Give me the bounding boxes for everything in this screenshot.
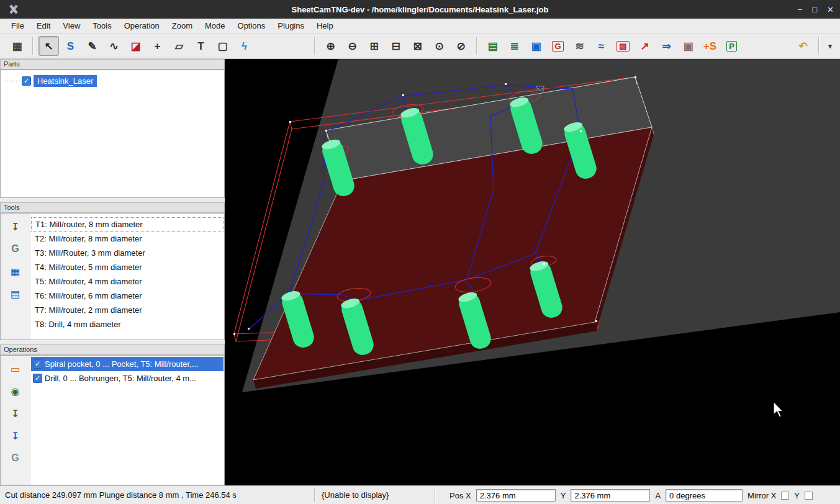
transform-tool-button[interactable]: ▱ (169, 36, 189, 56)
part-item[interactable]: ✓ Heatsink_Laser (6, 75, 224, 87)
angle-field[interactable] (666, 489, 743, 502)
tool-list-item[interactable]: T8: Drill, 4 mm diameter (31, 317, 224, 331)
undo-button[interactable]: ↶ (793, 36, 813, 56)
menubar: File Edit View Tools Operation Zoom Mode… (0, 19, 840, 34)
check-icon: ✓ (24, 78, 29, 84)
tool-list-item[interactable]: T5: Mill/router, 4 mm diameter (31, 274, 224, 289)
snap-tool-button[interactable]: S (60, 36, 81, 56)
operation-checkbox[interactable]: ✓ (33, 374, 42, 383)
import-drawing-button[interactable]: ▤ (482, 36, 503, 56)
3d-viewport[interactable]: S3 (225, 59, 840, 485)
menu-zoom[interactable]: Zoom (166, 19, 199, 32)
mill-operation-icon[interactable]: ↧ (8, 429, 23, 443)
text-tool-icon: T (197, 41, 204, 52)
pos-x-field[interactable] (476, 489, 556, 502)
undo-icon: ↶ (798, 41, 807, 52)
gcode-operation-icon[interactable]: G (8, 451, 23, 465)
zoom-previous-button[interactable]: ⊘ (451, 36, 471, 56)
transform-icon: ▱ (175, 41, 183, 52)
machine-control-button[interactable]: ▣ (678, 36, 698, 56)
viewport-scene: S3 (225, 59, 840, 485)
operation-item[interactable]: ✓ Drill, 0 ... Bohrungen, T5: Mill/route… (31, 371, 224, 385)
tool-list-item[interactable]: T1: Mill/router, 8 mm diameter (31, 217, 224, 232)
layers-button[interactable]: ≣ (504, 36, 525, 56)
operation-checkbox[interactable]: ✓ (33, 359, 42, 369)
move-tool-button[interactable]: + (147, 36, 168, 56)
parts-panel: ✓ Heatsink_Laser (0, 70, 225, 198)
add-post-button[interactable]: +S (700, 36, 720, 56)
angle-label: A (655, 491, 661, 500)
spline-tool-button[interactable]: ∿ (104, 36, 124, 56)
mirror-x-checkbox[interactable] (781, 492, 789, 500)
tool-list-item[interactable]: T6: Mill/router, 6 mm diameter (31, 289, 224, 303)
plot-path-button[interactable]: ≋ (569, 36, 590, 56)
minimize-icon[interactable]: − (798, 5, 803, 14)
menu-plugins[interactable]: Plugins (271, 19, 310, 32)
menu-view[interactable]: View (56, 19, 86, 32)
select-tool-button[interactable]: ↖ (38, 36, 59, 56)
operations-panel: ▭ ◉ ↧ ↧ G ✓ Spiral pocket, 0 ... Pocket,… (0, 355, 225, 485)
menu-tools[interactable]: Tools (86, 19, 117, 32)
gcode-view-button[interactable]: G (548, 36, 568, 56)
job-options-button[interactable]: ▦ (7, 36, 27, 56)
drill-operation-icon[interactable]: ↧ (8, 407, 23, 420)
menu-operation[interactable]: Operation (118, 19, 166, 32)
mirror-x-label: Mirror X (747, 491, 776, 500)
tool-list: T1: Mill/router, 8 mm diameter T2: Mill/… (31, 217, 224, 331)
mill-tool-icon[interactable]: ↧ (8, 220, 23, 233)
zoom-out-button[interactable]: ⊖ (342, 36, 363, 56)
tool-list-item[interactable]: T3: Mill/Router, 3 mm diameter (31, 246, 224, 260)
panel-icon: ▣ (531, 41, 541, 52)
zoom-window-button[interactable]: ⊞ (364, 36, 384, 56)
window-controls: − □ ✕ (798, 0, 834, 19)
menu-edit[interactable]: Edit (30, 19, 56, 32)
mirror-y-checkbox[interactable] (805, 492, 813, 500)
tool-list-item[interactable]: T7: Mill/router, 2 mm diameter (31, 303, 224, 317)
menu-help[interactable]: Help (310, 19, 340, 32)
send-machine-button[interactable]: ⇒ (656, 36, 677, 56)
zoom-part-button[interactable]: ⊟ (386, 36, 406, 56)
rectangle-tool-button[interactable]: ▢ (212, 36, 233, 56)
simulate-icon: ≈ (598, 41, 604, 52)
operation-list: ✓ Spiral pocket, 0 ... Pocket, T5: Mill/… (31, 357, 224, 385)
run-post-button[interactable]: ▨ (613, 36, 633, 56)
contour-tool-button[interactable]: ✎ (82, 36, 102, 56)
menu-options[interactable]: Options (232, 19, 272, 32)
zoom-material-button[interactable]: ⊙ (429, 36, 449, 56)
snap-icon: S (67, 41, 74, 52)
tools-panel: ↧ G ▦ ▤ T1: Mill/router, 8 mm diameter T… (0, 213, 225, 340)
zoom-in-button[interactable]: ⊕ (320, 36, 341, 56)
zoom-extents-icon: ⊠ (413, 41, 422, 52)
tool-table-icon[interactable]: ▦ (8, 264, 23, 278)
tool-list-item[interactable]: T2: Mill/router, 8 mm diameter (31, 232, 224, 246)
zoom-extents-button[interactable]: ⊠ (407, 36, 428, 56)
plugin-button[interactable]: P (721, 36, 742, 56)
maximize-icon[interactable]: □ (812, 5, 817, 14)
tool-list-item[interactable]: T4: Mill/router, 5 mm diameter (31, 260, 224, 274)
new-operation-icon[interactable]: ▭ (8, 362, 23, 376)
node-edit-button[interactable]: ◪ (125, 36, 146, 56)
pocket-operation-icon[interactable]: ◉ (8, 384, 23, 398)
tool-label: T3: Mill/Router, 3 mm diameter (35, 248, 145, 258)
plugin-icon: P (726, 41, 737, 52)
titlebar: SheetCamTNG-dev - /home/klingler/Documen… (0, 0, 840, 19)
menu-file[interactable]: File (5, 19, 30, 32)
display-status: {Unable to display} (322, 490, 389, 500)
measure-tool-button[interactable]: ϟ (234, 36, 255, 56)
operation-item[interactable]: ✓ Spiral pocket, 0 ... Pocket, T5: Mill/… (31, 357, 224, 371)
send-machine-icon: ⇒ (662, 41, 671, 52)
toolbar-separator (314, 37, 315, 55)
start-cut-button[interactable]: ↗ (635, 36, 655, 56)
tool-list-icon[interactable]: ▤ (8, 287, 23, 300)
gcode-file-icon[interactable]: G (8, 242, 23, 256)
simulate-button[interactable]: ≈ (591, 36, 612, 56)
check-icon: ✓ (35, 361, 40, 367)
toolbar-overflow-button[interactable]: ▾ (824, 36, 836, 56)
pos-y-field[interactable] (571, 489, 650, 502)
menu-mode[interactable]: Mode (199, 19, 232, 32)
text-tool-button[interactable]: T (191, 36, 211, 56)
tree-line (6, 81, 20, 81)
part-checkbox[interactable]: ✓ (22, 76, 31, 86)
close-icon[interactable]: ✕ (827, 5, 834, 14)
toggle-panel-button[interactable]: ▣ (526, 36, 546, 56)
